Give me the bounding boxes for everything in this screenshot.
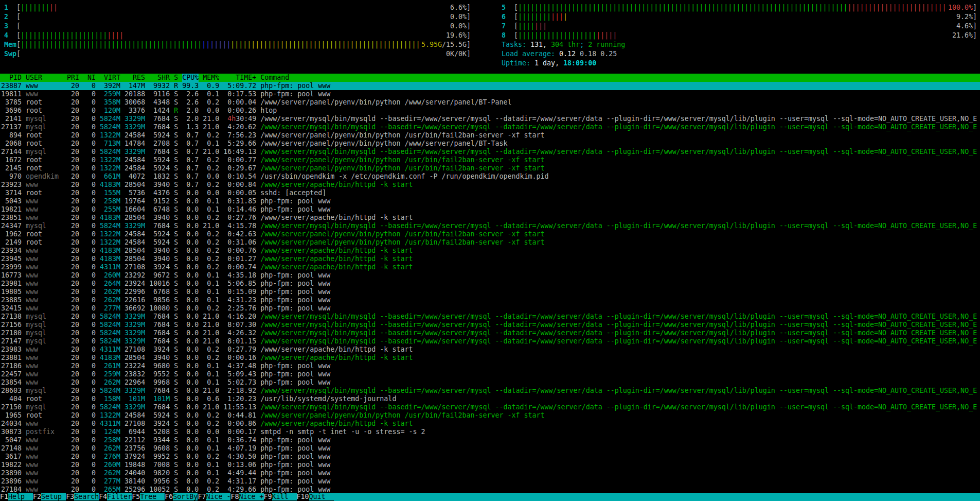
virt-cell: 259M	[100, 370, 120, 378]
process-row-27150[interactable]: 27150mysql2005824M3329M7684S0.021.011:55…	[0, 403, 980, 411]
virt-cell: 277M	[100, 477, 120, 486]
process-row-23923[interactable]: 23923www2004183M285043940S0.70.20:00.84/…	[0, 181, 980, 189]
mem-percent-cell: 0.1	[203, 469, 219, 477]
process-row-32415[interactable]: 32415www200277M3669210080S0.00.22:25.76p…	[0, 304, 980, 313]
time-value: 4:20.62	[227, 123, 256, 131]
fn-key-number: F2	[33, 493, 41, 500]
time-value: 0:10.54	[227, 172, 256, 180]
process-row-404[interactable]: 404root200158M101M101MS0.00.61:20.23/usr…	[0, 395, 980, 403]
process-row-23881[interactable]: 23881www2004183M285043940S0.00.20:00.16/…	[0, 354, 980, 362]
process-row-3714[interactable]: 3714root200155M57364376S0.00.00:00.05ssh…	[0, 189, 980, 197]
column-header-s[interactable]: S	[174, 74, 178, 82]
pid-cell: 19811	[1, 90, 22, 98]
column-header-res[interactable]: RES	[124, 74, 145, 82]
process-row-28603[interactable]: 28603mysql2005824M3329M7684S0.021.02:18.…	[0, 387, 980, 395]
column-header-pri[interactable]: PRI	[67, 74, 79, 82]
column-header-user[interactable]: USER	[26, 74, 63, 82]
f4-filter-button[interactable]: F4Filter	[99, 493, 132, 501]
process-row-23934[interactable]: 23934www2004183M285043940S0.00.20:00.76/…	[0, 247, 980, 255]
process-row-894[interactable]: 894root2001322M245845924S0.70.27:56.23/w…	[0, 131, 980, 140]
process-row-23983[interactable]: 23983www2004311M271083924S0.00.20:27.79/…	[0, 345, 980, 354]
process-row-1672[interactable]: 1672root2001322M245845924S0.70.20:00.77/…	[0, 156, 980, 164]
column-header-ni[interactable]: NI	[83, 74, 96, 82]
column-header-command[interactable]: Command	[260, 74, 980, 82]
process-row-27147[interactable]: 27147mysql2005824M3329M7684S0.021.08:01.…	[0, 337, 980, 345]
column-header-cpu[interactable]: CPU%	[182, 74, 199, 82]
process-row-19805[interactable]: 19805www200262M229966768S0.00.10:15.09ph…	[0, 288, 980, 296]
column-header-time[interactable]: TIME+	[223, 74, 256, 82]
process-row-2145[interactable]: 2145root2001322M245845924S0.70.20:29.67/…	[0, 164, 980, 172]
process-row-30873[interactable]: 30873postfix200124M69445208S0.00.00:00.1…	[0, 428, 980, 436]
time-cell: 4:49.44	[223, 469, 256, 477]
process-row-27186[interactable]: 27186www200261M232249680S0.00.14:37.48ph…	[0, 362, 980, 370]
process-row-23945[interactable]: 23945www2004183M285043940S0.00.20:01.27/…	[0, 255, 980, 263]
process-row-27180[interactable]: 27180mysql2005824M3329M7684S0.021.04:26.…	[0, 329, 980, 337]
state-cell: S	[174, 164, 178, 172]
f5-tree-button[interactable]: F5Tree	[132, 493, 165, 501]
f6-sortby-button[interactable]: F6SortBy	[165, 493, 198, 501]
column-header-mem[interactable]: MEM%	[203, 74, 219, 82]
process-row-23999[interactable]: 23999www2004311M271083924S0.00.20:00.74/…	[0, 263, 980, 271]
process-row-5043[interactable]: 5043www200258M197649152S0.00.10:31.85php…	[0, 197, 980, 205]
process-row-27148[interactable]: 27148www200262M237569608S0.00.14:07.19ph…	[0, 444, 980, 453]
f2-setup-button[interactable]: F2Setup	[33, 493, 66, 501]
process-row-23890[interactable]: 23890www200262M240409820S0.00.14:49.44ph…	[0, 469, 980, 477]
process-row-3696[interactable]: 3696root200120M33761424R2.00.00:00.26hto…	[0, 107, 980, 115]
column-header-pid[interactable]: PID	[1, 74, 22, 82]
f10-quit-button[interactable]: F10Quit	[297, 493, 334, 501]
column-header-virt[interactable]: VIRT	[100, 74, 120, 82]
process-row-23981[interactable]: 23981www200264M2392410016S0.00.15:06.85p…	[0, 280, 980, 288]
process-row-19811[interactable]: 19811www200259M201889116S2.60.10:17.53ph…	[0, 90, 980, 98]
f3-search-button[interactable]: F3Search	[66, 493, 99, 501]
f1-help-button[interactable]: F1Help	[0, 493, 33, 501]
f8-nice-button[interactable]: F8Nice +	[230, 493, 263, 501]
column-header-shr[interactable]: SHR	[149, 74, 170, 82]
process-row-27156[interactable]: 27156mysql2005824M3329M7684S0.021.08:07.…	[0, 321, 980, 329]
f7-nice-button[interactable]: F7Nice -	[198, 493, 230, 501]
process-row-23851[interactable]: 23851www2004183M285043940S0.00.20:27.76/…	[0, 214, 980, 222]
time-cell: 0:17.53	[223, 90, 256, 98]
process-row-27184[interactable]: 27184www200265M2529610052S0.00.24:29.66p…	[0, 486, 980, 493]
process-row-23854[interactable]: 23854www200262M229649968S0.00.15:02.73ph…	[0, 378, 980, 387]
meter-value-part: 0.0%	[450, 22, 467, 30]
process-row-2149[interactable]: 2149root2001322M245845924S0.00.20:31.06/…	[0, 238, 980, 247]
shr-cell: 9608	[149, 444, 170, 453]
priority-cell: 20	[67, 362, 79, 370]
cpu-percent-cell: 0.7	[182, 181, 199, 189]
process-row-22457[interactable]: 22457www200259M238329552S0.00.15:09.43ph…	[0, 370, 980, 378]
process-row-23887[interactable]: 23887www200392M147M9932R99.30.95:09.72ph…	[0, 82, 980, 90]
process-row-5047[interactable]: 5047www200258M221129344S0.00.10:36.74php…	[0, 436, 980, 444]
user-cell: www	[26, 263, 63, 271]
process-row-2068[interactable]: 2068root200713M147842708S0.70.15:29.66/w…	[0, 140, 980, 148]
process-row-27144[interactable]: 27144mysql2005824M3329M7684S0.721.016:49…	[0, 148, 980, 156]
shr-cell: 9956	[149, 477, 170, 486]
process-row-1965[interactable]: 1965root2001322M245845924S0.00.20:44.81/…	[0, 411, 980, 420]
meter-bracket-open: [	[16, 49, 21, 59]
process-row-3785[interactable]: 3785root200358M300684348S2.60.20:00.04/w…	[0, 98, 980, 107]
command-cell: php-fpm: pool www	[260, 280, 980, 288]
virt-cell: 262M	[100, 378, 120, 387]
shr-cell: 9820	[149, 469, 170, 477]
process-row-19822[interactable]: 19822www200260M198487008S0.00.10:13.06ph…	[0, 461, 980, 469]
process-row-1962[interactable]: 1962root2001322M245845924S0.00.20:42.63/…	[0, 230, 980, 238]
process-row-23885[interactable]: 23885www200262M226169856S0.00.14:31.23ph…	[0, 296, 980, 304]
time-cell: 0:27.76	[223, 214, 256, 222]
process-row-3617[interactable]: 3617www200276M379249952S0.00.24:30.50php…	[0, 453, 980, 461]
process-row-27137[interactable]: 27137mysql2005824M3329M7684S1.321.04:20.…	[0, 123, 980, 131]
res-cell: 3329M	[124, 403, 145, 411]
process-row-2141[interactable]: 2141mysql2005824M3329M7684S2.021.04h30:4…	[0, 115, 980, 123]
process-row-27138[interactable]: 27138mysql2005824M3329M7684S0.021.04:16.…	[0, 313, 980, 321]
process-row-19821[interactable]: 19821www200255M166046748S0.00.10:14.46ph…	[0, 205, 980, 214]
process-row-16773[interactable]: 16773www200260M232929672S0.00.14:35.18ph…	[0, 271, 980, 280]
res-cell: 3329M	[124, 387, 145, 395]
process-row-24347[interactable]: 24347mysql2005824M3329M7684S0.021.04:15.…	[0, 222, 980, 230]
process-row-24034[interactable]: 24034www2004311M271083924S0.00.20:00.86/…	[0, 420, 980, 428]
process-row-970[interactable]: 970opendkim200661M40721832S0.70.00:10.54…	[0, 172, 980, 181]
shr-cell: 3924	[149, 345, 170, 354]
process-row-23896[interactable]: 23896www200277M381409956S0.00.24:31.17ph…	[0, 477, 980, 486]
nice-cell: 0	[83, 98, 96, 107]
f9-kill-button[interactable]: F9Kill	[264, 493, 297, 501]
shr-cell: 3940	[149, 214, 170, 222]
priority-cell: 20	[67, 296, 79, 304]
meter-bracket-open: [	[514, 31, 518, 40]
